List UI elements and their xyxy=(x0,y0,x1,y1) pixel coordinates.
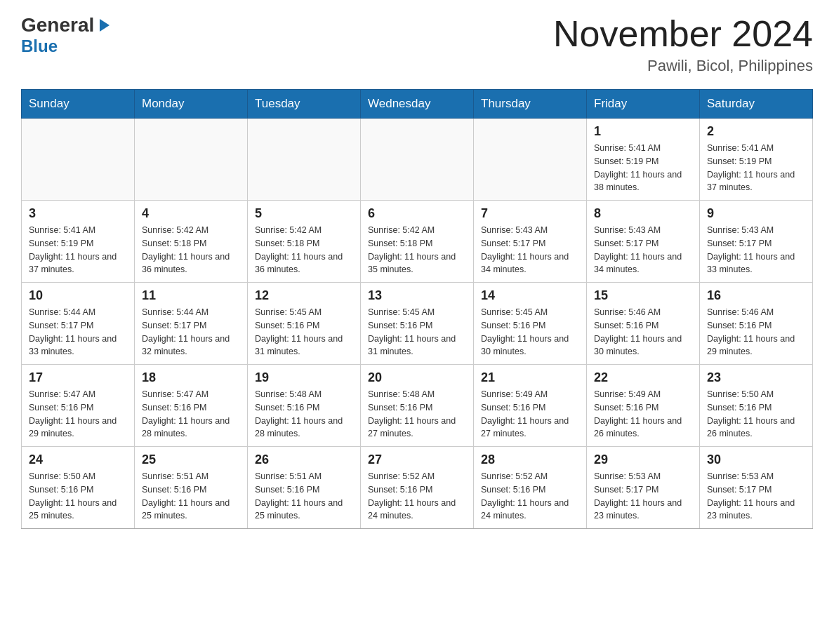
title-area: November 2024 Pawili, Bicol, Philippines xyxy=(553,14,813,75)
header-monday: Monday xyxy=(135,90,248,119)
logo: General Blue xyxy=(21,14,111,56)
day-number: 15 xyxy=(594,288,692,303)
table-row: 15Sunrise: 5:46 AM Sunset: 5:16 PM Dayli… xyxy=(587,283,700,365)
day-number: 16 xyxy=(707,288,805,303)
day-number: 27 xyxy=(368,452,466,467)
day-number: 11 xyxy=(142,288,240,303)
day-info: Sunrise: 5:51 AM Sunset: 5:16 PM Dayligh… xyxy=(142,470,240,523)
day-info: Sunrise: 5:47 AM Sunset: 5:16 PM Dayligh… xyxy=(142,388,240,441)
day-number: 21 xyxy=(481,370,579,385)
table-row: 19Sunrise: 5:48 AM Sunset: 5:16 PM Dayli… xyxy=(248,365,361,447)
table-row: 8Sunrise: 5:43 AM Sunset: 5:17 PM Daylig… xyxy=(587,201,700,283)
day-number: 29 xyxy=(594,452,692,467)
header-wednesday: Wednesday xyxy=(361,90,474,119)
day-number: 2 xyxy=(707,124,805,139)
calendar-week-row: 24Sunrise: 5:50 AM Sunset: 5:16 PM Dayli… xyxy=(22,447,813,529)
day-info: Sunrise: 5:42 AM Sunset: 5:18 PM Dayligh… xyxy=(368,224,466,276)
day-info: Sunrise: 5:53 AM Sunset: 5:17 PM Dayligh… xyxy=(594,470,692,523)
day-number: 8 xyxy=(594,206,692,221)
calendar-week-row: 1Sunrise: 5:41 AM Sunset: 5:19 PM Daylig… xyxy=(22,119,813,201)
day-info: Sunrise: 5:44 AM Sunset: 5:17 PM Dayligh… xyxy=(142,306,240,358)
day-number: 6 xyxy=(368,206,466,221)
table-row: 18Sunrise: 5:47 AM Sunset: 5:16 PM Dayli… xyxy=(135,365,248,447)
day-info: Sunrise: 5:48 AM Sunset: 5:16 PM Dayligh… xyxy=(255,388,353,441)
table-row: 23Sunrise: 5:50 AM Sunset: 5:16 PM Dayli… xyxy=(700,365,813,447)
location-text: Pawili, Bicol, Philippines xyxy=(553,57,813,75)
header-sunday: Sunday xyxy=(22,90,135,119)
day-info: Sunrise: 5:50 AM Sunset: 5:16 PM Dayligh… xyxy=(29,470,127,523)
day-number: 3 xyxy=(29,206,127,221)
day-number: 19 xyxy=(255,370,353,385)
day-info: Sunrise: 5:53 AM Sunset: 5:17 PM Dayligh… xyxy=(707,470,805,523)
table-row: 20Sunrise: 5:48 AM Sunset: 5:16 PM Dayli… xyxy=(361,365,474,447)
day-info: Sunrise: 5:45 AM Sunset: 5:16 PM Dayligh… xyxy=(368,306,466,358)
day-number: 4 xyxy=(142,206,240,221)
table-row xyxy=(248,119,361,201)
day-info: Sunrise: 5:41 AM Sunset: 5:19 PM Dayligh… xyxy=(594,142,692,194)
calendar-header-row: Sunday Monday Tuesday Wednesday Thursday… xyxy=(22,90,813,119)
day-info: Sunrise: 5:45 AM Sunset: 5:16 PM Dayligh… xyxy=(481,306,579,358)
day-number: 23 xyxy=(707,370,805,385)
day-info: Sunrise: 5:41 AM Sunset: 5:19 PM Dayligh… xyxy=(29,224,127,276)
day-number: 28 xyxy=(481,452,579,467)
day-number: 14 xyxy=(481,288,579,303)
day-info: Sunrise: 5:43 AM Sunset: 5:17 PM Dayligh… xyxy=(707,224,805,276)
table-row xyxy=(474,119,587,201)
table-row: 30Sunrise: 5:53 AM Sunset: 5:17 PM Dayli… xyxy=(700,447,813,529)
table-row: 9Sunrise: 5:43 AM Sunset: 5:17 PM Daylig… xyxy=(700,201,813,283)
day-info: Sunrise: 5:47 AM Sunset: 5:16 PM Dayligh… xyxy=(29,388,127,441)
day-info: Sunrise: 5:44 AM Sunset: 5:17 PM Dayligh… xyxy=(29,306,127,358)
day-info: Sunrise: 5:42 AM Sunset: 5:18 PM Dayligh… xyxy=(142,224,240,276)
day-info: Sunrise: 5:49 AM Sunset: 5:16 PM Dayligh… xyxy=(594,388,692,441)
day-number: 10 xyxy=(29,288,127,303)
table-row: 2Sunrise: 5:41 AM Sunset: 5:19 PM Daylig… xyxy=(700,119,813,201)
day-number: 22 xyxy=(594,370,692,385)
calendar-week-row: 17Sunrise: 5:47 AM Sunset: 5:16 PM Dayli… xyxy=(22,365,813,447)
table-row: 11Sunrise: 5:44 AM Sunset: 5:17 PM Dayli… xyxy=(135,283,248,365)
day-info: Sunrise: 5:52 AM Sunset: 5:16 PM Dayligh… xyxy=(368,470,466,523)
table-row: 6Sunrise: 5:42 AM Sunset: 5:18 PM Daylig… xyxy=(361,201,474,283)
table-row xyxy=(135,119,248,201)
header-saturday: Saturday xyxy=(700,90,813,119)
svg-marker-0 xyxy=(100,19,110,32)
calendar-week-row: 10Sunrise: 5:44 AM Sunset: 5:17 PM Dayli… xyxy=(22,283,813,365)
table-row xyxy=(22,119,135,201)
table-row: 12Sunrise: 5:45 AM Sunset: 5:16 PM Dayli… xyxy=(248,283,361,365)
day-info: Sunrise: 5:46 AM Sunset: 5:16 PM Dayligh… xyxy=(707,306,805,358)
day-number: 24 xyxy=(29,452,127,467)
table-row: 24Sunrise: 5:50 AM Sunset: 5:16 PM Dayli… xyxy=(22,447,135,529)
day-info: Sunrise: 5:43 AM Sunset: 5:17 PM Dayligh… xyxy=(594,224,692,276)
day-number: 1 xyxy=(594,124,692,139)
day-info: Sunrise: 5:43 AM Sunset: 5:17 PM Dayligh… xyxy=(481,224,579,276)
table-row: 7Sunrise: 5:43 AM Sunset: 5:17 PM Daylig… xyxy=(474,201,587,283)
day-number: 9 xyxy=(707,206,805,221)
day-info: Sunrise: 5:50 AM Sunset: 5:16 PM Dayligh… xyxy=(707,388,805,441)
day-info: Sunrise: 5:41 AM Sunset: 5:19 PM Dayligh… xyxy=(707,142,805,194)
day-number: 18 xyxy=(142,370,240,385)
day-info: Sunrise: 5:45 AM Sunset: 5:16 PM Dayligh… xyxy=(255,306,353,358)
table-row: 21Sunrise: 5:49 AM Sunset: 5:16 PM Dayli… xyxy=(474,365,587,447)
day-number: 13 xyxy=(368,288,466,303)
table-row: 10Sunrise: 5:44 AM Sunset: 5:17 PM Dayli… xyxy=(22,283,135,365)
day-number: 12 xyxy=(255,288,353,303)
day-info: Sunrise: 5:42 AM Sunset: 5:18 PM Dayligh… xyxy=(255,224,353,276)
table-row: 22Sunrise: 5:49 AM Sunset: 5:16 PM Dayli… xyxy=(587,365,700,447)
calendar-week-row: 3Sunrise: 5:41 AM Sunset: 5:19 PM Daylig… xyxy=(22,201,813,283)
page-header: General Blue November 2024 Pawili, Bicol… xyxy=(21,14,813,75)
calendar-table: Sunday Monday Tuesday Wednesday Thursday… xyxy=(21,89,813,529)
logo-blue-text: Blue xyxy=(21,36,58,56)
day-info: Sunrise: 5:52 AM Sunset: 5:16 PM Dayligh… xyxy=(481,470,579,523)
header-tuesday: Tuesday xyxy=(248,90,361,119)
day-info: Sunrise: 5:46 AM Sunset: 5:16 PM Dayligh… xyxy=(594,306,692,358)
table-row: 1Sunrise: 5:41 AM Sunset: 5:19 PM Daylig… xyxy=(587,119,700,201)
table-row: 4Sunrise: 5:42 AM Sunset: 5:18 PM Daylig… xyxy=(135,201,248,283)
logo-arrow-icon xyxy=(95,18,111,33)
day-info: Sunrise: 5:51 AM Sunset: 5:16 PM Dayligh… xyxy=(255,470,353,523)
table-row: 5Sunrise: 5:42 AM Sunset: 5:18 PM Daylig… xyxy=(248,201,361,283)
day-number: 26 xyxy=(255,452,353,467)
day-info: Sunrise: 5:49 AM Sunset: 5:16 PM Dayligh… xyxy=(481,388,579,441)
day-info: Sunrise: 5:48 AM Sunset: 5:16 PM Dayligh… xyxy=(368,388,466,441)
table-row: 17Sunrise: 5:47 AM Sunset: 5:16 PM Dayli… xyxy=(22,365,135,447)
day-number: 30 xyxy=(707,452,805,467)
table-row: 16Sunrise: 5:46 AM Sunset: 5:16 PM Dayli… xyxy=(700,283,813,365)
